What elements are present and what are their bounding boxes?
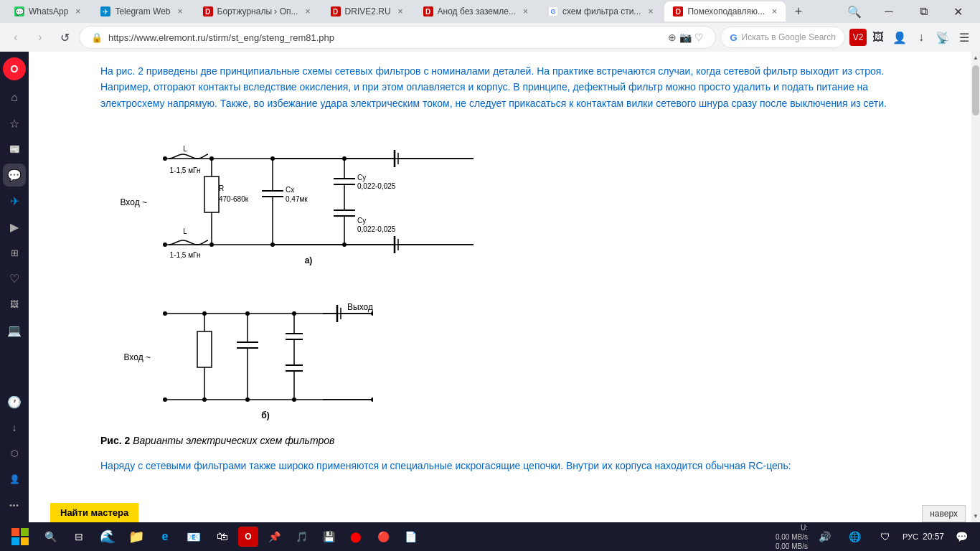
google-g-icon: G xyxy=(730,32,737,43)
taskbar-notifications[interactable]: 💬 xyxy=(948,524,974,550)
sidebar-item-home[interactable]: ⌂ xyxy=(3,86,26,109)
caption-italic-text: Варианты электрических схем фильтров xyxy=(133,435,334,446)
tab-drive2[interactable]: D DRIVE2.RU × xyxy=(322,1,412,22)
taskbar-icon-misc5[interactable]: 🔴 xyxy=(370,524,396,550)
tab-sxem[interactable]: G схем фильтра сти... × xyxy=(540,1,661,22)
scrollbar-track[interactable]: ▲ ▼ xyxy=(971,52,980,522)
new-tab-button[interactable]: + xyxy=(788,1,809,22)
download-icon[interactable]: ↓ xyxy=(911,27,931,47)
caption-bold-text: Рис. 2 xyxy=(100,435,130,446)
minimize-button[interactable]: ─ xyxy=(872,0,905,23)
naverkh-button[interactable]: наверх xyxy=(922,505,966,522)
sidebar-item-settings[interactable]: 👤 xyxy=(3,468,26,491)
tab-anod[interactable]: D Анод без заземле... × xyxy=(415,1,537,22)
sidebar-item-player[interactable]: ▶ xyxy=(3,215,26,238)
taskbar-network-icon[interactable]: 🌐 xyxy=(842,524,868,550)
sidebar-item-more[interactable]: ••• xyxy=(3,494,26,517)
svg-text:R: R xyxy=(219,184,224,192)
tab-title-pomeho: Помехоподавляю... xyxy=(687,6,765,17)
search-icon-title[interactable]: 🔍 xyxy=(838,0,871,23)
svg-point-57 xyxy=(163,397,167,402)
taskbar-task-view[interactable]: ⊟ xyxy=(66,524,92,550)
sidebar-item-wishlist[interactable]: ♡ xyxy=(3,267,26,290)
sidebar-item-opera[interactable]: O xyxy=(3,57,26,80)
tab-pomeho[interactable]: D Помехоподавляю... × xyxy=(664,1,786,22)
tab-close-anod[interactable]: × xyxy=(523,6,528,17)
taskbar-misc-icons: 📌 🎵 💾 ⬤ 🔴 📄 xyxy=(261,524,423,550)
svg-text:0,022-0,025: 0,022-0,025 xyxy=(357,225,396,233)
taskbar-icon-misc2[interactable]: 🎵 xyxy=(288,524,314,550)
close-button[interactable]: ✕ xyxy=(941,0,974,23)
bookmark-star-icon[interactable]: ⊕ xyxy=(668,32,677,43)
profile-icon[interactable]: 👤 xyxy=(890,27,910,47)
taskbar-store-icon[interactable]: 🛍 xyxy=(209,524,235,550)
cast-icon[interactable]: 📡 xyxy=(933,27,953,47)
tab-close-sxem[interactable]: × xyxy=(648,6,653,17)
lock-icon: 🔒 xyxy=(91,32,103,43)
menu-icon[interactable]: ☰ xyxy=(954,27,974,47)
opera-wallet-icon[interactable]: 🖼 xyxy=(868,27,888,47)
svg-text:Выход: Выход xyxy=(347,302,373,312)
tab-title-whatsapp: WhatsApp xyxy=(29,6,68,17)
taskbar-start-button[interactable] xyxy=(6,524,34,550)
tab-favicon-sxem: G xyxy=(548,6,558,17)
svg-text:0,022-0,025: 0,022-0,025 xyxy=(357,182,396,190)
svg-text:Сх: Сх xyxy=(286,186,294,194)
screenshot-icon[interactable]: 📷 xyxy=(679,32,692,43)
tab-telegram[interactable]: ✈ Telegram Web × xyxy=(92,1,191,22)
taskbar-opera-icon[interactable]: O xyxy=(238,527,258,547)
stats-down: 0,00 MB/s xyxy=(776,542,808,551)
scroll-area[interactable]: На рис. 2 приведены две принципиальные с… xyxy=(29,52,980,522)
taskbar-ie-icon[interactable]: e xyxy=(152,524,178,550)
sidebar-item-wallet[interactable]: 🖼 xyxy=(3,293,26,316)
taskbar-search-icon[interactable]: 🔍 xyxy=(37,524,63,550)
forward-button[interactable]: › xyxy=(30,27,50,47)
sidebar-item-whatsapp[interactable]: 💬 xyxy=(3,164,26,187)
tab-close-telegram[interactable]: × xyxy=(178,6,183,17)
tab-close-drive2[interactable]: × xyxy=(398,6,403,17)
tab-favicon-anod: D xyxy=(423,6,433,17)
back-button[interactable]: ‹ xyxy=(6,27,26,47)
svg-text:1-1,5 мГн: 1-1,5 мГн xyxy=(170,251,201,259)
taskbar-icon-misc1[interactable]: 📌 xyxy=(261,524,287,550)
svg-text:L: L xyxy=(183,227,187,235)
taskbar-edge-icon[interactable]: 🌊 xyxy=(95,524,121,550)
sidebar-item-extensions[interactable]: ⬡ xyxy=(3,442,26,465)
browser-chrome: 💬 WhatsApp × ✈ Telegram Web × D Бортжурн… xyxy=(0,0,980,52)
opera-sidebar: O ⌂ ☆ 📰 💬 ✈ ▶ ⊞ ♡ 🖼 💻 🕐 ↓ ⬡ 👤 ••• xyxy=(0,52,29,522)
tab-whatsapp[interactable]: 💬 WhatsApp × xyxy=(6,1,89,22)
taskbar: 🔍 ⊟ 🌊 📁 e 📧 🛍 O 📌 🎵 💾 ⬤ 🔴 📄 U: 0,00 MB/s… xyxy=(0,522,980,551)
scrollbar-up-arrow[interactable]: ▲ xyxy=(971,52,980,64)
taskbar-outlook-icon[interactable]: 📧 xyxy=(181,524,207,550)
sidebar-item-news[interactable]: 📰 xyxy=(3,138,26,161)
sidebar-item-computer[interactable]: 💻 xyxy=(3,319,26,342)
opera-vpn-icon[interactable]: V2 xyxy=(849,29,867,46)
taskbar-sound-icon[interactable]: 🔊 xyxy=(812,524,838,550)
sidebar-item-apps[interactable]: ⊞ xyxy=(3,241,26,264)
taskbar-icon-misc3[interactable]: 💾 xyxy=(316,524,341,550)
nayti-mastera-button[interactable]: Найти мастера xyxy=(50,503,138,522)
tab-close-pomeho[interactable]: × xyxy=(772,6,777,17)
sidebar-item-telegram[interactable]: ✈ xyxy=(3,189,26,212)
title-bar-controls: 🔍 ─ ⧉ ✕ xyxy=(838,0,974,23)
tab-close-whatsapp[interactable]: × xyxy=(75,6,80,17)
google-search-box[interactable]: G Искать в Google Search xyxy=(720,27,845,48)
sidebar-item-bookmarks[interactable]: ☆ xyxy=(3,112,26,135)
content-area: На рис. 2 приведены две принципиальные с… xyxy=(29,52,980,522)
reload-button[interactable]: ↺ xyxy=(55,27,75,47)
taskbar-icon-misc4[interactable]: ⬤ xyxy=(343,524,369,550)
tab-close-bort[interactable]: × xyxy=(306,6,311,17)
sidebar-item-download[interactable]: ↓ xyxy=(3,416,26,439)
taskbar-security-icon[interactable]: 🛡 xyxy=(872,524,898,550)
svg-point-4 xyxy=(163,242,167,247)
svg-text:Су: Су xyxy=(357,217,366,225)
scrollbar-down-arrow[interactable]: ▼ xyxy=(971,510,980,522)
restore-button[interactable]: ⧉ xyxy=(907,0,940,23)
sidebar-item-history[interactable]: 🕐 xyxy=(3,390,26,413)
heart-icon[interactable]: ♡ xyxy=(694,32,704,43)
tab-bort[interactable]: D Бортжурналы › Оп... × xyxy=(194,1,319,22)
taskbar-icon-misc6[interactable]: 📄 xyxy=(397,524,423,550)
url-bar[interactable]: 🔒 https://www.elremont.ru/stirm/st_eng/s… xyxy=(79,26,716,49)
taskbar-explorer-icon[interactable]: 📁 xyxy=(123,524,149,550)
scrollbar-thumb[interactable] xyxy=(972,65,979,116)
